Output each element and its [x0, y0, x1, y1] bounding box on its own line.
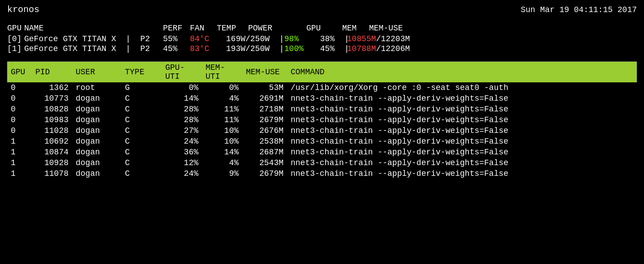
proc-command: nnet3-chain-train --apply-deriv-weights=…	[287, 93, 637, 104]
hdr-perf: PERF	[163, 24, 190, 33]
gpu-row: [0] GeForce GTX TITAN X | P2 55% 84'C 16…	[7, 34, 637, 43]
gpu-row-gpupct: 100%	[279, 44, 315, 53]
proc-mem-uti: 10%	[202, 125, 242, 136]
gpu-row-mempct: 45% |	[315, 44, 342, 53]
proc-gpu: 0	[7, 115, 32, 125]
proc-user: dogan	[72, 104, 121, 115]
proc-mem-uti: 14%	[202, 147, 242, 158]
process-row: 0 10773 dogan C 14% 4% 2691M nnet3-chain…	[7, 93, 637, 104]
proc-command: nnet3-chain-train --apply-deriv-weights=…	[287, 147, 637, 158]
proc-type: C	[121, 168, 162, 179]
proc-gpu-uti: 12%	[162, 158, 202, 168]
gpu-row: [1] GeForce GTX TITAN X | P2 45% 83'C 19…	[7, 44, 637, 53]
proc-mem-uti: 9%	[202, 168, 242, 179]
proc-gpu-uti: 24%	[162, 136, 202, 147]
datetime: Sun Mar 19 04:11:15 2017	[521, 5, 637, 14]
hdr-mem-use: MEM-USE	[369, 24, 459, 33]
hdr-fan: FAN	[190, 24, 217, 33]
proc-gpu-uti: 24%	[162, 168, 202, 179]
proc-gpu: 0	[7, 82, 32, 93]
th-gpu: GPU	[7, 62, 32, 82]
gpu-row-mempct: 38% |	[315, 34, 342, 43]
process-row: 0 11028 dogan C 27% 10% 2676M nnet3-chai…	[7, 125, 637, 136]
proc-gpu-uti: 28%	[162, 104, 202, 115]
th-user: USER	[72, 62, 121, 82]
process-row: 1 10928 dogan C 12% 4% 2543M nnet3-chain…	[7, 158, 637, 168]
proc-user: dogan	[72, 93, 121, 104]
proc-command: /usr/lib/xorg/Xorg -core :0 -seat seat0 …	[287, 82, 637, 93]
th-mem-uti: MEM-UTI	[202, 62, 242, 82]
proc-user: dogan	[72, 136, 121, 147]
proc-command: nnet3-chain-train --apply-deriv-weights=…	[287, 168, 637, 179]
proc-command: nnet3-chain-train --apply-deriv-weights=…	[287, 104, 637, 115]
app-title: kronos	[7, 4, 39, 15]
proc-type: C	[121, 125, 162, 136]
proc-mem-uti: 0%	[202, 82, 242, 93]
proc-command: nnet3-chain-train --apply-deriv-weights=…	[287, 125, 637, 136]
process-table-header: GPU PID USER TYPE GPU-UTI MEM-UTI MEM-US…	[7, 62, 637, 82]
process-row: 0 10983 dogan C 28% 11% 2679M nnet3-chai…	[7, 115, 637, 125]
proc-type: C	[121, 115, 162, 125]
gpu-row-name: GeForce GTX TITAN X | P2	[24, 34, 163, 43]
proc-pid: 11078	[32, 168, 72, 179]
gpu-row-id: [1]	[7, 44, 24, 53]
proc-type: C	[121, 93, 162, 104]
proc-pid: 10983	[32, 115, 72, 125]
gpu-row-temp: 84'C	[190, 34, 221, 43]
gpu-row-temp: 83'C	[190, 44, 221, 53]
proc-mem-use: 53M	[242, 82, 287, 93]
proc-user: dogan	[72, 147, 121, 158]
proc-mem-uti: 4%	[202, 158, 242, 168]
gpu-row-fan: 45%	[163, 44, 190, 53]
proc-command: nnet3-chain-train --apply-deriv-weights=…	[287, 158, 637, 168]
process-row: 0 10828 dogan C 28% 11% 2718M nnet3-chai…	[7, 104, 637, 115]
proc-mem-use: 2691M	[242, 93, 287, 104]
hdr-mem: MEM	[342, 24, 369, 33]
gpu-row-gpupct: 98%	[279, 34, 315, 43]
proc-type: C	[121, 158, 162, 168]
proc-pid: 10773	[32, 93, 72, 104]
proc-mem-use: 2679M	[242, 115, 287, 125]
hdr-temp: TEMP	[217, 24, 248, 33]
process-table-body: 0 1362 root G 0% 0% 53M /usr/lib/xorg/Xo…	[7, 82, 637, 179]
proc-type: C	[121, 104, 162, 115]
proc-type: C	[121, 147, 162, 158]
proc-gpu-uti: 27%	[162, 125, 202, 136]
proc-mem-uti: 10%	[202, 136, 242, 147]
gpu-summary: GPU NAME PERF FAN TEMP POWER GPU MEM MEM…	[7, 24, 637, 53]
proc-mem-uti: 4%	[202, 93, 242, 104]
hdr-gpu-pct: GPU	[306, 24, 342, 33]
hdr-gpu: GPU	[7, 24, 24, 33]
proc-mem-use: 2718M	[242, 104, 287, 115]
proc-pid: 10828	[32, 104, 72, 115]
th-type: TYPE	[121, 62, 162, 82]
proc-user: dogan	[72, 125, 121, 136]
proc-gpu-uti: 36%	[162, 147, 202, 158]
proc-mem-use: 2543M	[242, 158, 287, 168]
gpu-row-fan: 55%	[163, 34, 190, 43]
proc-command: nnet3-chain-train --apply-deriv-weights=…	[287, 115, 637, 125]
proc-pid: 10928	[32, 158, 72, 168]
process-table: GPU PID USER TYPE GPU-UTI MEM-UTI MEM-US…	[7, 62, 637, 179]
process-row: 1 10692 dogan C 24% 10% 2538M nnet3-chai…	[7, 136, 637, 147]
gpu-column-headers: GPU NAME PERF FAN TEMP POWER GPU MEM MEM…	[7, 24, 637, 33]
gpu-row-power: 169W/250W |	[221, 34, 279, 43]
process-row: 0 1362 root G 0% 0% 53M /usr/lib/xorg/Xo…	[7, 82, 637, 93]
hdr-name: NAME	[24, 24, 163, 33]
hdr-power: POWER	[248, 24, 306, 33]
proc-user: dogan	[72, 115, 121, 125]
proc-gpu: 1	[7, 136, 32, 147]
gpu-row-memuse: 10788M/12206M	[342, 44, 432, 53]
proc-gpu-uti: 14%	[162, 93, 202, 104]
proc-mem-uti: 11%	[202, 104, 242, 115]
proc-user: dogan	[72, 168, 121, 179]
proc-command: nnet3-chain-train --apply-deriv-weights=…	[287, 136, 637, 147]
th-command: COMMAND	[287, 62, 637, 82]
gpu-row-power: 193W/250W |	[221, 44, 279, 53]
proc-gpu: 0	[7, 125, 32, 136]
proc-mem-use: 2687M	[242, 147, 287, 158]
th-gpu-uti: GPU-UTI	[162, 62, 202, 82]
proc-gpu: 1	[7, 158, 32, 168]
proc-mem-uti: 11%	[202, 115, 242, 125]
proc-gpu-uti: 28%	[162, 115, 202, 125]
